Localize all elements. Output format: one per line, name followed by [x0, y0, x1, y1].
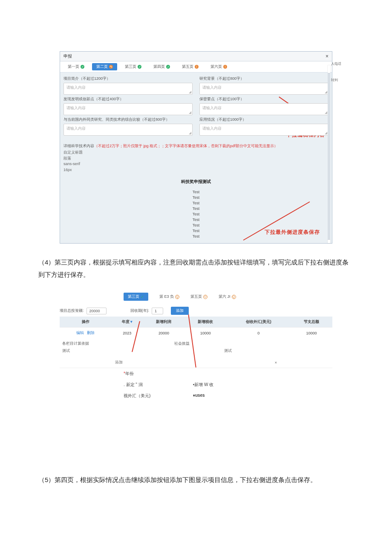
toolbar-custom-title[interactable]: 自定义标题 [63, 150, 329, 156]
table-row: 编辑 删除 2023 20000 10000 0 10000 [60, 328, 332, 339]
cropped-right-text: 人电话 转到 [331, 62, 341, 83]
toolbar-size[interactable]: 16px [63, 167, 329, 173]
pen-icon: ✎ [109, 65, 113, 69]
tab-page-4b[interactable]: 第 E3 负 Q [159, 293, 179, 301]
screenshot-2: 第三页✓ 第 E3 负 Q 第五页 O 第六 JI Q 项目总投资额: 2000… [60, 290, 332, 401]
cell-profit: 20000 [143, 328, 185, 339]
close-icon[interactable]: × [326, 53, 329, 59]
investment-input[interactable]: 20000 [86, 308, 107, 314]
instruction-5: （5）第四页，根据实际情况点击继续添加按钮添加下图显示项目信息，下拉右侧进度条点… [38, 474, 354, 486]
cell-save: 10000 [291, 328, 332, 339]
open-icon: Q [175, 295, 179, 299]
social-benefit-value[interactable]: 测试 [224, 348, 232, 354]
resize-icon: ◢ [325, 90, 327, 94]
delete-link[interactable]: 删除 [87, 331, 95, 335]
returns-table: 操作 年度 ▾ 新增利润 新增税收 创收外汇(美元) 节支总额 编辑 删除 20… [60, 317, 332, 338]
cell-fx: 0 [226, 328, 291, 339]
modal-title: 申报 [63, 53, 72, 59]
dlg-profit: . 新定 " 润 [124, 382, 192, 388]
payback-label: 回收期(年): [130, 308, 150, 314]
field-background: 研究背景（不超过800字） 请输入内容◢ [199, 76, 329, 95]
th-save: 节支总额 [291, 317, 332, 328]
annotation-pulldown-save: 下拉最外侧进度条保存 [265, 229, 320, 236]
dialog-form: *年份 . 新定 " 润 •新增 W 收 视外汇（美元) ♦uses [124, 368, 332, 401]
tab-page-2[interactable]: 第二页✎ [92, 63, 117, 70]
scrollbar-thumb-bottom[interactable] [328, 240, 330, 243]
field-label: 项目简介（不超过1200字） [63, 76, 193, 81]
section-values: 测试 测试 [60, 347, 332, 357]
th-year[interactable]: 年度 ▾ [111, 317, 143, 328]
th-profit: 新增利润 [143, 317, 185, 328]
check-icon: ✓ [81, 65, 84, 69]
investment-row: 项目总投资额: 20000 回收期(年): 1 添加 [60, 305, 332, 317]
resize-icon: ◢ [189, 131, 191, 135]
textarea-comparison[interactable]: 请输入内容◢ [63, 124, 193, 136]
modal-header: 申报 × [60, 52, 332, 61]
edit-link[interactable]: 编辑 [76, 331, 84, 335]
warn-icon: ! [195, 65, 199, 69]
tab-page-3b[interactable]: 第三页✓ [124, 293, 148, 301]
tab-page-1[interactable]: 第一页✓ [63, 63, 89, 70]
check-icon: ✓ [166, 65, 170, 69]
screenshot-1-modal: 人电话 转到 申报 × 第一页✓ 第二页✎ 第三页✓ 第四页✓ 第五页! 第六页… [60, 51, 332, 244]
richtext-toolbar[interactable]: 自定义标题 段落 sans-serif 16px [63, 149, 329, 174]
dlg-year: *年份 [124, 371, 192, 377]
field-project-intro: 项目简介（不超过1200字） 请输入内容◢ [63, 76, 193, 95]
tab-page-5b[interactable]: 第五页 O [190, 293, 208, 301]
resize-icon: ◢ [189, 90, 191, 94]
field-label: 与当前国内外同类研究、同类技术的综合比较（不超过800字） [63, 117, 193, 122]
richtext-title: 科技奖申报测试 [63, 179, 329, 185]
field-comparison: 与当前国内外同类研究、同类技术的综合比较（不超过800字） 请输入内容◢ [63, 117, 193, 136]
tab-page-6[interactable]: 第六页! [206, 63, 231, 70]
th-ops: 操作 [60, 317, 111, 328]
textarea-background[interactable]: 请输入内容◢ [199, 83, 329, 95]
richtext-label: 详细科学技术内容（不超过2万字；照片仅限于 jpg 格式；；文字字体请尽量使用宋… [63, 143, 329, 149]
add-button[interactable]: 添加 [171, 307, 189, 315]
field-label: 应用情况（不超过1000字） [199, 117, 329, 122]
dialog-header: 添加 × [60, 357, 332, 368]
field-innovation: 发现发明或创新点（不超过400字） 请输入内容◢ [63, 96, 193, 115]
table-header-row: 操作 年度 ▾ 新增利润 新增税收 创收外汇(美元) 节支总额 [60, 317, 332, 328]
textarea-innovation[interactable]: 请输入内容◢ [63, 103, 193, 115]
calc-basis-label: 各栏目计算依据 [62, 341, 89, 346]
textarea-project-intro[interactable]: 请输入内容◢ [63, 83, 193, 95]
tab-page-5[interactable]: 第五页! [178, 63, 203, 70]
resize-icon: ◢ [325, 110, 327, 114]
payback-input[interactable]: 1 [152, 308, 163, 314]
page-tabs-2: 第三页✓ 第 E3 负 Q 第五页 O 第六 JI Q [60, 290, 332, 305]
warn-icon: ! [223, 65, 227, 69]
textarea-application[interactable]: 请输入内容◢ [199, 124, 329, 136]
check-icon: ✓ [138, 65, 141, 69]
close-icon[interactable]: × [275, 360, 277, 365]
toolbar-font[interactable]: sans-serif [63, 161, 329, 167]
textarea-confidential[interactable]: 请输入内容◢ [199, 103, 329, 115]
dlg-fx: 视外汇（美元) [124, 393, 192, 399]
th-tax: 新增税收 [184, 317, 226, 328]
resize-icon: ◢ [189, 110, 191, 114]
scrollbar-thumb-top[interactable] [328, 65, 330, 73]
crop-text-1: 人电话 [331, 62, 341, 66]
calc-basis-value[interactable]: 测试 [62, 348, 139, 354]
crop-text-2: 转到 [331, 78, 341, 82]
tab-page-4[interactable]: 第四页✓ [149, 63, 174, 70]
page-tabs: 第一页✓ 第二页✎ 第三页✓ 第四页✓ 第五页! 第六页! [60, 61, 332, 73]
social-benefit-label: 社会效益 [174, 341, 190, 346]
dlg-uses: ♦uses [193, 393, 253, 398]
cell-tax: 10000 [184, 328, 226, 339]
field-application: 应用情况（不超过1000字） 请输入内容◢ [199, 117, 329, 136]
field-label: 保密要点（不超过100字） [199, 96, 329, 102]
investment-label: 项目总投资额: [60, 308, 84, 314]
check-icon: ✓ [141, 295, 144, 299]
scrollbar[interactable] [328, 65, 330, 243]
tab-page-3[interactable]: 第三页✓ [121, 63, 146, 70]
instruction-4: （4）第三页内容，根据提示填写相应内容，注意回收期需点击添加按钮详细填写，填写完… [38, 256, 354, 281]
dialog-title: 添加 [115, 360, 123, 365]
open-icon: O [203, 295, 208, 299]
field-label: 研究背景（不超过800字） [199, 76, 329, 81]
section-labels: 各栏目计算依据 社会效益 [60, 338, 332, 347]
resize-icon: ◢ [325, 131, 327, 135]
row-ops: 编辑 删除 [60, 328, 111, 339]
toolbar-paragraph[interactable]: 段落 [63, 156, 329, 162]
cell-year: 2023 [111, 328, 143, 339]
tab-page-6b[interactable]: 第六 JI Q [219, 293, 236, 301]
